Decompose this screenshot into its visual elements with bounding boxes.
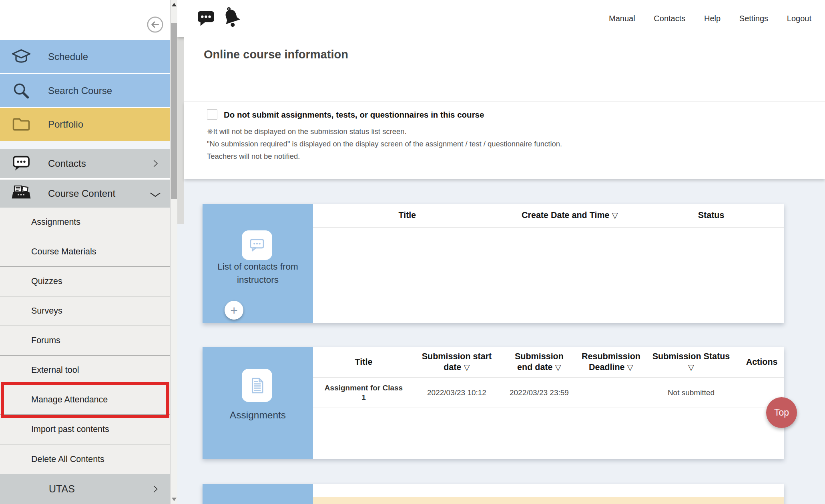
sidebar-item-utas[interactable]: UTAS <box>0 474 170 504</box>
assignments-card: Assignments Title Submission start date▽… <box>203 347 784 459</box>
column-header-submission-start: Submission start date▽ <box>414 351 499 373</box>
column-header-status: Status <box>638 210 784 220</box>
sidebar-subitem-label: Import past contents <box>31 424 109 434</box>
scroll-to-top-button[interactable]: Top <box>766 397 797 428</box>
assignment-end-cell: 2022/03/23 23:59 <box>499 388 579 397</box>
assignment-row: Assignment for Class 1 2022/03/23 10:12 … <box>313 378 784 408</box>
note-line: ※It will not be displayed on the submiss… <box>207 125 562 138</box>
note-line: "No submission required" is displayed on… <box>207 138 562 150</box>
sort-descending-icon[interactable]: ▽ <box>555 363 561 372</box>
chat-bubble-icon <box>11 153 32 174</box>
messages-button[interactable] <box>195 8 217 28</box>
sidebar-item-label: Course Content <box>48 188 115 199</box>
sidebar-item-course-content[interactable]: Course Content <box>0 179 170 208</box>
contacts-tile <box>242 230 272 260</box>
sidebar-item-label: Contacts <box>48 158 86 169</box>
nav-manual[interactable]: Manual <box>609 14 635 23</box>
sidebar-subitem-assignments[interactable]: Assignments <box>0 208 170 237</box>
top-header: Manual Contacts Help Settings Logout <box>177 0 825 37</box>
sort-descending-icon[interactable]: ▽ <box>627 363 633 372</box>
sidebar-subitem-external-tool[interactable]: External tool <box>0 356 170 385</box>
sort-descending-icon[interactable]: ▽ <box>688 363 694 372</box>
collapse-sidebar-button[interactable] <box>147 16 164 33</box>
assignments-tile <box>242 369 272 402</box>
title-panel: Online course information <box>184 37 825 102</box>
manage-attendance-highlight <box>1 382 169 418</box>
sidebar-subitem-label: External tool <box>31 365 79 375</box>
assignments-table-header: Title Submission start date▽ Submission … <box>313 347 784 378</box>
assignment-start-cell: 2022/03/23 10:12 <box>414 388 499 397</box>
document-icon <box>247 374 267 397</box>
sidebar-divider <box>0 141 170 149</box>
chat-bubble-outline-icon <box>248 236 266 254</box>
sidebar-subitem-label: Assignments <box>31 217 80 227</box>
sort-descending-icon[interactable]: ▽ <box>464 363 470 372</box>
sidebar-subitem-surveys[interactable]: Surveys <box>0 296 170 326</box>
assignments-table: Title Submission start date▽ Submission … <box>313 347 784 459</box>
sort-descending-icon[interactable]: ▽ <box>612 211 618 220</box>
sidebar-scrollbar[interactable] <box>170 0 177 504</box>
sidebar-subitem-label: Forums <box>31 336 60 346</box>
folder-icon <box>11 114 32 135</box>
sidebar-item-search-course[interactable]: Search Course <box>0 74 170 107</box>
chevron-down-icon <box>149 190 162 198</box>
magnifier-icon <box>11 80 32 101</box>
scroll-down-icon[interactable] <box>172 498 177 501</box>
chevron-right-icon <box>152 484 159 494</box>
sidebar-item-portfolio[interactable]: Portfolio <box>0 108 170 141</box>
notes-block: ※It will not be displayed on the submiss… <box>207 125 562 162</box>
scroll-up-icon[interactable] <box>172 3 177 6</box>
contacts-card-label: List of contacts from instructors <box>203 260 313 286</box>
scrollbar-thumb[interactable] <box>171 23 177 199</box>
no-submit-checkbox-label[interactable]: Do not submit assignments, tests, or que… <box>224 110 484 120</box>
sidebar-subitem-forums[interactable]: Forums <box>0 326 170 356</box>
sidebar-item-schedule[interactable]: Schedule <box>0 40 170 73</box>
sidebar-item-label: Schedule <box>48 51 88 62</box>
bell-icon <box>220 5 244 31</box>
contacts-card: List of contacts from instructors + Titl… <box>203 204 784 323</box>
column-header-actions: Actions <box>739 357 784 368</box>
nav-contacts[interactable]: Contacts <box>654 14 685 23</box>
plus-icon: + <box>230 304 238 317</box>
add-contact-button[interactable]: + <box>225 301 243 320</box>
assignments-card-label: Assignments <box>203 410 313 421</box>
assignment-status-cell: Not submitted <box>643 388 739 397</box>
sidebar-subitem-course-materials[interactable]: Course Materials <box>0 237 170 267</box>
column-header-submission-status: Submission Status ▽ <box>643 351 739 373</box>
contacts-card-side: List of contacts from instructors + <box>203 204 313 323</box>
sidebar-subitem-quizzes[interactable]: Quizzes <box>0 267 170 296</box>
page-title: Online course information <box>204 48 348 61</box>
next-section-table <box>313 484 784 504</box>
sidebar-subitem-label: Delete All Contents <box>31 454 104 464</box>
course-content-box-icon <box>11 183 32 204</box>
sidebar-item-label: Search Course <box>48 85 112 96</box>
column-header-title: Title <box>313 210 502 220</box>
notifications-button[interactable] <box>220 5 244 31</box>
column-header-resubmission-deadline: Resubmission Deadline▽ <box>579 351 643 373</box>
sidebar-subitem-label: Surveys <box>31 306 62 316</box>
top-navigation: Manual Contacts Help Settings Logout <box>609 0 811 37</box>
next-section-card <box>203 484 784 504</box>
next-section-side <box>203 484 313 504</box>
next-section-header-row <box>313 484 784 497</box>
sidebar-item-label: UTAS <box>49 483 75 495</box>
contacts-table-header: Title Create Date and Time▽ Status <box>313 204 784 228</box>
nav-settings[interactable]: Settings <box>739 14 768 23</box>
sidebar: Schedule Search Course Portfolio Contact… <box>0 0 170 504</box>
sidebar-subitem-label: Quizzes <box>31 276 62 286</box>
no-submit-checkbox[interactable] <box>207 109 217 120</box>
note-line: Teachers will not be notified. <box>207 150 562 162</box>
contacts-table: Title Create Date and Time▽ Status <box>313 204 784 323</box>
sidebar-subitem-import-past-contents[interactable]: Import past contents <box>0 415 170 444</box>
nav-help[interactable]: Help <box>704 14 721 23</box>
assignments-table-empty-body <box>313 408 784 459</box>
column-header-create-date: Create Date and Time▽ <box>502 210 638 220</box>
assignments-card-side: Assignments <box>203 347 313 459</box>
nav-logout[interactable]: Logout <box>787 14 811 23</box>
column-header-title: Title <box>313 357 414 368</box>
chevron-right-icon <box>152 158 159 169</box>
sidebar-subitem-delete-all-contents[interactable]: Delete All Contents <box>0 444 170 474</box>
sidebar-item-contacts[interactable]: Contacts <box>0 149 170 178</box>
messages-icon <box>195 8 217 28</box>
sidebar-subitem-label: Course Materials <box>31 247 96 257</box>
